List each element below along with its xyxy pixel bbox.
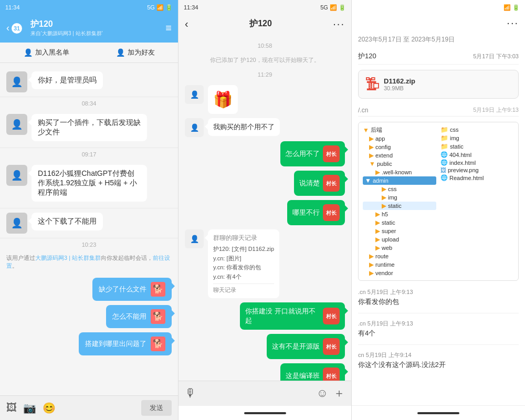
camera-icon[interactable]: 📷 [23,402,36,414]
tree-item[interactable]: ▼ public [363,160,436,168]
folder-icon: ▶ [375,169,380,176]
folder-label: public [377,161,392,167]
message-text: 有4个 [358,329,519,338]
folder-label: config [375,144,391,150]
footer-note-link[interactable]: 大鹏源码网3 | 站长群集群 [35,255,101,261]
file-icon: 🌐 [440,159,448,166]
footer-note-text: 该用户通过 [6,255,35,261]
block-icon: 👤 [24,48,33,57]
panel3-file-view: 📶 🔋 ··· 2023年5月17日 至 2023年5月19日 护120 5月1… [352,0,525,420]
emoji-icon[interactable]: 😊 [43,402,56,414]
record-item: 护120: [文件] D1162.zip [213,245,274,254]
folder-icon: ▶ [375,244,380,251]
home-indicator [417,412,459,414]
folder-label: h5 [382,211,388,217]
add-icon[interactable]: ＋ [333,385,345,401]
time-label: 11:29 [185,71,345,78]
message-meta: .cn 5月19日 上午9:13 [358,320,519,328]
menu-icon[interactable]: ≡ [165,22,172,34]
tree-item[interactable]: ▶ super [363,227,436,235]
message-text: 你看发你的包 [358,297,519,307]
tree-item[interactable]: ▶ static [363,218,436,227]
footer-note: 该用户通过大鹏源码网3 | 站长群集群向你发起临时会话，前往设置。 [0,251,178,274]
sender-name: .cn [358,320,366,327]
tree-item[interactable]: 📁 css [440,125,514,134]
user-avatar: 村长 [323,175,340,192]
tree-item[interactable]: 🌐 index.html [440,159,514,166]
tree-item[interactable]: 🌐 Readme.html [440,174,514,182]
tree-item[interactable]: ▼ 后端 [363,125,436,134]
avatar: 👤 [6,213,27,234]
tree-item[interactable]: ▶ route [363,252,436,260]
list-item: 你搭建没 开口就说用不起 村长 [185,302,345,330]
back-button[interactable]: ‹ 31 [6,23,22,34]
tree-item[interactable]: ▶ img [363,193,436,202]
tree-item[interactable]: ▶ config [363,143,436,151]
tree-item[interactable]: ▶ runtime [363,260,436,269]
record-link[interactable]: 聊天记录 [213,284,274,294]
tree-item[interactable]: ▶ upload [363,235,436,244]
add-friend-action[interactable]: 👤 加为好友 [116,48,155,57]
folder-tree: ▼ 后端 ▶ app ▶ config ▶ extend ▼ public [358,122,519,281]
folder-label: css [450,127,459,133]
tree-item-highlighted[interactable]: ▶ static [363,202,436,210]
tree-item[interactable]: ▶ app [363,134,436,143]
chat-title: 护120 [249,18,272,29]
folder-label: admin [373,177,388,184]
user-avatar: 🐕 [151,309,165,324]
home-indicator [244,412,286,414]
message-bubble: 这个下载了不能用 [32,213,103,230]
message-bubble: 你好，是管理员吗 [32,71,103,89]
folder-path: /.cn [358,107,368,114]
user-avatar: 🐕 [151,337,165,351]
more-button[interactable]: ··· [333,18,345,30]
folder-label: static [388,203,402,209]
message-date: 5月17日 下午3:03 [473,52,519,60]
message-content: 购买了一个插件，下载后发现缺少文件 [32,114,172,143]
tree-item[interactable]: 📁 static [440,142,514,151]
chat-record-bubble[interactable]: 群聊的聊天记录 护120: [文件] D1162.zip y.cn: [图片] … [208,229,279,298]
mic-icon[interactable]: 🎙 [185,386,196,400]
tree-item[interactable]: ▶ h5 [363,210,436,218]
message-text: 你这个没有这个源码.没法2开 [358,360,519,370]
user-avatar: 村长 [323,204,340,221]
file-icon: 🖼 [440,167,446,173]
folder-icon: ▼ [365,177,371,184]
home-indicator-bar [178,405,351,420]
tree-item[interactable]: ▶ extend [363,151,436,160]
list-item: 这是编译班 村长 [185,363,345,381]
folder-label: 后端 [371,126,382,134]
sent-message: 缺少了什么文件 🐕 [92,278,172,301]
tree-item-selected[interactable]: ▼ admin [363,176,436,185]
image-icon[interactable]: 🖼 [6,402,17,414]
tree-item[interactable]: ▶ web [363,244,436,252]
action-bar: 👤 加入黑名单 👤 加为好友 [0,43,178,63]
file-name: D1162.zip [384,77,512,85]
block-action[interactable]: 👤 加入黑名单 [24,48,69,57]
folder-label: .well-known [382,169,412,175]
tree-item[interactable]: 📁 img [440,134,514,142]
status-icons: 📶 🔋 [503,4,520,11]
time-label: 09:17 [0,151,178,158]
folder-label: vendor [375,270,393,276]
folder-icon: ▶ [369,253,374,260]
back-button[interactable]: ‹ [185,18,188,30]
file-card[interactable]: 🗜 D1162.zip 30.9MB [358,70,519,99]
panel2-time: 11:34 [184,4,198,10]
tree-item[interactable]: ▶ vendor [363,269,436,277]
tree-item[interactable]: ▶ css [363,185,436,193]
record-item: y.cn: 你看发你的包 [213,263,274,272]
date-range: 2023年5月17日 至 2023年5月19日 [352,33,525,48]
folder-label: super [382,228,396,234]
send-button[interactable]: 发送 [141,400,172,416]
emoji-icon[interactable]: ☺ [317,386,328,400]
tree-item[interactable]: 🌐 404.html [440,151,514,159]
tree-item[interactable]: 🖼 preview.png [440,166,514,174]
tree-item[interactable]: ▶ .well-known [363,168,436,176]
sent-message: 搭建到哪里出问题了 🐕 [79,332,172,355]
folder-label: img [450,135,459,141]
more-button[interactable]: ··· [507,17,519,29]
folder-icon: 📁 [440,126,448,133]
message-meta: cn 5月19日 上午9:14 [358,351,519,359]
panel2-header: ‹ 护120 ··· [178,15,351,35]
